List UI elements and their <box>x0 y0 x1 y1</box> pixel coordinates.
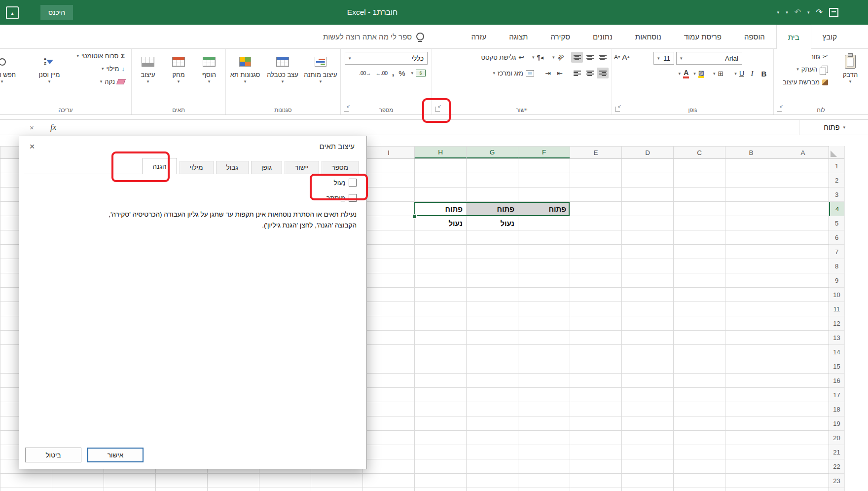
chevron-down-icon[interactable]: ▾ <box>843 125 845 130</box>
row-header-2[interactable]: 2 <box>829 173 844 188</box>
increase-font-size-button[interactable]: A▾ <box>622 53 630 61</box>
column-header-D[interactable]: D <box>621 147 673 158</box>
column-header-H[interactable]: H <box>414 147 466 158</box>
align-left-button[interactable] <box>571 68 583 78</box>
number-dialog-launcher[interactable] <box>343 105 350 112</box>
row-header-18[interactable]: 18 <box>829 402 844 416</box>
align-center-button[interactable] <box>584 68 596 78</box>
fill-color-button[interactable]: ▨ ▾ <box>692 69 706 79</box>
tab-insert[interactable]: הוספה <box>733 25 776 48</box>
row-header-23[interactable]: 23 <box>829 474 844 488</box>
select-all-corner[interactable] <box>829 146 844 159</box>
row-header-11[interactable]: 11 <box>829 302 844 316</box>
row-header-8[interactable]: 8 <box>829 259 844 273</box>
borders-button[interactable]: ⊞ ▾ <box>712 69 725 78</box>
find-select-button[interactable]: חפש ובחר ▾ <box>0 50 24 102</box>
row-header-1[interactable]: 1 <box>829 159 844 173</box>
row-header-4[interactable]: 4 <box>829 202 844 216</box>
row-header-16[interactable]: 16 <box>829 374 844 388</box>
decrease-indent-button[interactable]: ⇤ <box>554 69 565 77</box>
column-header-A[interactable]: A <box>777 147 829 158</box>
tell-me-box[interactable]: ספר לי מה אתה רוצה לעשות <box>323 25 424 48</box>
dialog-tab-border[interactable]: גבול <box>216 161 249 174</box>
clear-button[interactable]: נקה ▾ <box>99 77 126 86</box>
fill-button[interactable]: ↓ מילוי ▾ <box>100 65 126 73</box>
decrease-font-size-button[interactable]: A▾ <box>614 54 620 61</box>
ok-button[interactable]: אישור <box>87 448 144 462</box>
increase-decimal-button[interactable]: ←.00 <box>375 70 387 76</box>
italic-button[interactable]: I <box>747 70 757 78</box>
cut-button[interactable]: ✂ גזור <box>809 52 830 61</box>
comma-style-button[interactable]: , <box>392 69 394 77</box>
ribbon-display-options-icon[interactable]: ▴ <box>6 6 19 19</box>
sort-filter-button[interactable]: AZ מיין וסנן ▾ <box>28 50 71 102</box>
tab-file[interactable]: קובץ <box>811 25 848 48</box>
cell-H5[interactable]: נעול <box>414 216 466 230</box>
cell-G5[interactable]: נעול <box>466 216 518 230</box>
wrap-text-button[interactable]: ↩ גלישת טקסט <box>480 53 526 62</box>
font-name-combo[interactable]: Arial ▾ <box>676 52 742 65</box>
vertical-scrollbar-area[interactable] <box>844 146 868 491</box>
row-header-10[interactable]: 10 <box>829 288 844 302</box>
row-header-19[interactable]: 19 <box>829 416 844 431</box>
tab-review[interactable]: סקירה <box>539 25 581 48</box>
align-right-button[interactable] <box>597 68 609 78</box>
insert-function-icon[interactable]: fx <box>50 120 56 135</box>
redo-icon[interactable]: ↷ <box>816 8 823 16</box>
tab-view[interactable]: תצוגה <box>498 25 539 48</box>
format-cells-button[interactable]: עיצוב ▾ <box>133 50 163 102</box>
font-dialog-launcher[interactable] <box>615 105 621 112</box>
row-header-6[interactable]: 6 <box>829 230 844 245</box>
copy-button[interactable]: העתק ▾ <box>795 65 830 74</box>
dialog-tab-protection[interactable]: הגנה <box>143 158 177 174</box>
underline-button[interactable]: U ▾ <box>733 69 746 78</box>
tab-home[interactable]: בית <box>776 25 811 49</box>
column-header-I[interactable]: I <box>362 147 414 158</box>
decrease-decimal-button[interactable]: .00→ <box>359 70 371 76</box>
cell-styles-button[interactable]: סגנונות תא ▾ <box>227 50 263 102</box>
dialog-tab-number[interactable]: מספר <box>322 161 359 174</box>
number-format-combo[interactable]: כללי ▾ <box>345 52 428 65</box>
tab-page-layout[interactable]: פריסת עמוד <box>673 25 733 48</box>
row-header-17[interactable]: 17 <box>829 388 844 402</box>
font-size-combo[interactable]: 11 ▾ <box>653 52 674 65</box>
column-header-C[interactable]: C <box>673 147 725 158</box>
font-color-button[interactable]: A ▾ <box>677 69 691 79</box>
dialog-tab-alignment[interactable]: יישור <box>285 161 319 174</box>
text-direction-button[interactable]: ◂¶ ▾ <box>531 53 545 62</box>
autosum-button[interactable]: Σ סכום אוטומטי ▾ <box>75 52 126 60</box>
save-icon[interactable] <box>829 8 838 17</box>
row-header-20[interactable]: 20 <box>829 431 844 445</box>
column-header-F[interactable]: F <box>518 147 570 158</box>
dialog-close-icon[interactable]: × <box>25 140 39 153</box>
fill-handle[interactable] <box>412 214 417 219</box>
alignment-dialog-launcher[interactable] <box>434 105 441 112</box>
row-header-12[interactable]: 12 <box>829 316 844 331</box>
paste-button[interactable]: הדבק ▾ <box>834 50 867 102</box>
align-top-button[interactable] <box>597 52 609 63</box>
tab-data[interactable]: נתונים <box>581 25 624 48</box>
clipboard-dialog-launcher[interactable] <box>776 105 783 112</box>
align-middle-button[interactable] <box>584 52 596 63</box>
bold-button[interactable]: B <box>759 70 769 78</box>
column-header-E[interactable]: E <box>570 147 621 158</box>
format-as-table-button[interactable]: עצב כטבלה ▾ <box>264 50 301 102</box>
delete-cells-button[interactable]: מחק ▾ <box>164 50 193 102</box>
row-header-3[interactable]: 3 <box>829 188 844 202</box>
formula-bar[interactable]: × fx פתוח ▾ <box>0 119 868 135</box>
column-header-B[interactable]: B <box>725 147 777 158</box>
align-bottom-button[interactable] <box>571 52 583 63</box>
sign-in-button[interactable]: היכנס <box>40 5 73 20</box>
tab-formulas[interactable]: נוסחאות <box>624 25 673 48</box>
name-box[interactable]: פתוח ▾ <box>799 120 868 135</box>
row-header-5[interactable]: 5 <box>829 216 844 230</box>
row-header-21[interactable]: 21 <box>829 445 844 459</box>
merge-center-button[interactable]: מזג ומרכז ▾ <box>491 69 536 77</box>
increase-indent-button[interactable]: ⇥ <box>542 69 553 77</box>
locked-label[interactable]: נעול <box>333 179 345 187</box>
insert-cells-button[interactable]: הוסף ▾ <box>194 50 224 102</box>
undo-icon[interactable]: ↶ <box>795 8 801 16</box>
currency-format-button[interactable]: $ ▾ <box>409 69 427 77</box>
hidden-checkbox[interactable] <box>349 194 357 202</box>
locked-checkbox[interactable] <box>349 179 357 187</box>
